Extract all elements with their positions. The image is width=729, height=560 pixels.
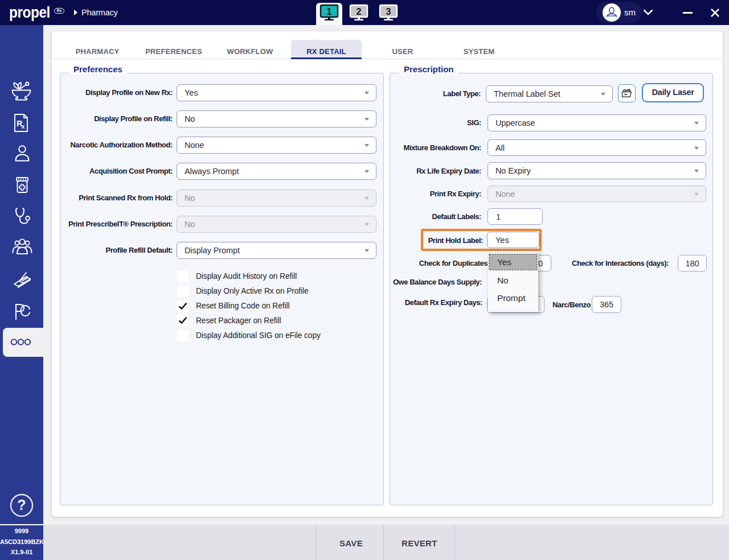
svg-text:1: 1 (327, 7, 332, 17)
svg-text:x: x (22, 123, 25, 130)
svg-text:?: ? (17, 497, 26, 513)
svg-text:3: 3 (386, 7, 391, 17)
svg-text:2: 2 (357, 7, 362, 17)
